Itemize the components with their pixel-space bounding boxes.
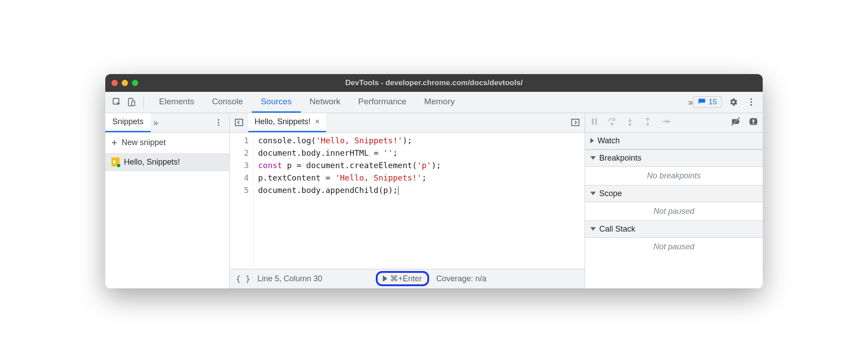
navigator-panel: Snippets » + New snippet Hello, Snippets… — [105, 113, 230, 288]
code-editor[interactable]: 12345 console.log('Hello, Snippets!');do… — [230, 133, 585, 269]
svg-point-14 — [629, 124, 631, 126]
content-grid: Snippets » + New snippet Hello, Snippets… — [105, 113, 763, 288]
debugger-panel: WatchBreakpointsNo breakpointsScopeNot p… — [585, 113, 763, 288]
editor-panel: Hello, Snippets! × 12345 console.log('He… — [230, 113, 585, 288]
traffic-lights — [111, 80, 138, 86]
section-body: Not paused — [585, 202, 763, 220]
play-icon — [383, 275, 387, 282]
navigator-menu-icon[interactable] — [212, 116, 225, 129]
section-label: Scope — [599, 189, 622, 198]
svg-point-3 — [750, 98, 752, 100]
svg-rect-20 — [753, 123, 754, 124]
run-snippet-button[interactable]: ⌘+Enter — [376, 271, 429, 286]
step-over-icon[interactable] — [607, 117, 617, 128]
panel-tab-sources[interactable]: Sources — [252, 92, 301, 113]
nav-back-icon[interactable] — [234, 118, 244, 127]
section-label: Watch — [597, 136, 620, 146]
editor-tabbar: Hello, Snippets! × — [230, 113, 585, 133]
close-tab-icon[interactable]: × — [315, 117, 320, 126]
settings-icon[interactable] — [727, 96, 740, 108]
svg-rect-19 — [753, 119, 754, 122]
step-out-icon[interactable] — [643, 117, 653, 128]
devtools-window: DevTools - developer.chrome.com/docs/dev… — [105, 74, 763, 288]
plus-icon: + — [111, 137, 117, 149]
chevron-down-icon — [590, 192, 596, 195]
snippet-list-item[interactable]: Hello, Snippets! — [105, 153, 229, 171]
chevron-down-icon — [590, 227, 596, 231]
svg-rect-12 — [595, 118, 597, 125]
snippet-file-icon — [111, 157, 119, 166]
nav-forward-icon[interactable] — [570, 118, 580, 127]
more-tabs-icon[interactable]: » — [688, 97, 691, 107]
panel-tab-network[interactable]: Network — [301, 92, 350, 113]
svg-point-15 — [647, 124, 649, 126]
svg-point-5 — [750, 104, 752, 106]
svg-point-4 — [750, 101, 752, 103]
panel-tab-console[interactable]: Console — [203, 92, 252, 113]
svg-rect-10 — [572, 119, 579, 126]
svg-point-8 — [218, 124, 219, 126]
new-snippet-button[interactable]: + New snippet — [105, 133, 229, 153]
step-icon[interactable] — [661, 117, 670, 128]
toolbar-divider — [143, 96, 144, 108]
section-scope[interactable]: Scope — [585, 185, 763, 202]
section-label: Breakpoints — [599, 153, 641, 163]
editor-tab-label: Hello, Snippets! — [255, 117, 311, 126]
coverage-status: Coverage: n/a — [436, 274, 486, 283]
deactivate-breakpoints-icon[interactable] — [731, 117, 741, 128]
window-title: DevTools - developer.chrome.com/docs/dev… — [105, 79, 763, 87]
code-content: console.log('Hello, Snippets!');document… — [254, 133, 446, 269]
svg-rect-2 — [132, 101, 135, 106]
chevron-right-icon — [590, 138, 594, 143]
navigator-tabs: Snippets » — [105, 113, 229, 133]
pause-on-exceptions-icon[interactable] — [749, 117, 758, 128]
toolbar-right: 15 — [693, 96, 757, 108]
main-toolbar: ElementsConsoleSourcesNetworkPerformance… — [105, 92, 763, 113]
panel-tab-elements[interactable]: Elements — [150, 92, 203, 113]
svg-rect-11 — [592, 118, 594, 125]
pause-icon[interactable] — [589, 117, 599, 128]
step-into-icon[interactable] — [625, 117, 635, 128]
snippets-tab[interactable]: Snippets — [105, 113, 151, 132]
editor-tab[interactable]: Hello, Snippets! × — [248, 113, 326, 132]
panel-tab-performance[interactable]: Performance — [349, 92, 415, 113]
svg-rect-9 — [235, 119, 243, 126]
section-body: No breakpoints — [585, 167, 763, 185]
svg-point-7 — [218, 122, 219, 123]
format-icon[interactable]: { } — [236, 274, 251, 283]
snippet-name: Hello, Snippets! — [124, 157, 180, 167]
window-close-button[interactable] — [111, 80, 118, 86]
section-watch[interactable]: Watch — [585, 133, 763, 150]
section-breakpoints[interactable]: Breakpoints — [585, 150, 763, 167]
section-body: Not paused — [585, 238, 763, 256]
chevron-down-icon — [590, 156, 596, 160]
cursor-position: Line 5, Column 30 — [258, 274, 323, 283]
svg-point-13 — [611, 123, 613, 125]
editor-status-bar: { } Line 5, Column 30 ⌘+Enter Coverage: … — [230, 269, 585, 288]
run-shortcut: ⌘+Enter — [390, 274, 422, 283]
line-gutter: 12345 — [230, 133, 254, 269]
panel-tab-memory[interactable]: Memory — [415, 92, 464, 113]
window-zoom-button[interactable] — [132, 80, 138, 86]
svg-point-16 — [668, 121, 670, 122]
issues-count: 15 — [709, 98, 717, 106]
issues-badge[interactable]: 15 — [693, 96, 722, 108]
titlebar: DevTools - developer.chrome.com/docs/dev… — [105, 74, 763, 92]
section-label: Call Stack — [599, 224, 635, 234]
panel-tabs: ElementsConsoleSourcesNetworkPerformance… — [150, 92, 686, 113]
svg-point-6 — [218, 119, 219, 121]
kebab-menu-icon[interactable] — [745, 96, 757, 108]
inspect-element-icon[interactable] — [111, 96, 123, 108]
window-minimize-button[interactable] — [122, 80, 128, 86]
section-call-stack[interactable]: Call Stack — [585, 220, 763, 238]
debugger-toolbar — [585, 113, 763, 133]
new-snippet-label: New snippet — [122, 138, 166, 147]
navigator-more-icon[interactable]: » — [153, 118, 156, 128]
device-toggle-icon[interactable] — [125, 96, 137, 108]
